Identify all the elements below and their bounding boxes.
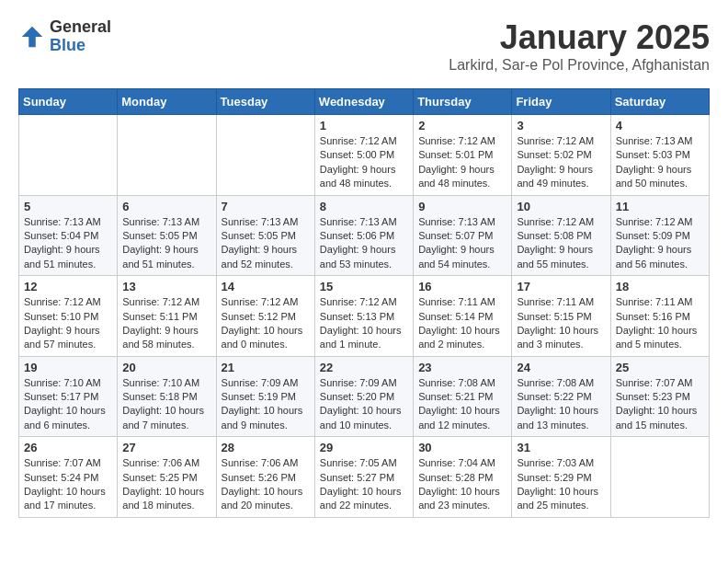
calendar-cell: 12Sunrise: 7:12 AM Sunset: 5:10 PM Dayli… (19, 276, 118, 357)
day-number: 14 (222, 280, 310, 293)
day-number: 21 (222, 361, 310, 374)
day-number: 2 (418, 119, 506, 132)
calendar-header-thursday: Thursday (414, 89, 512, 115)
day-info: Sunrise: 7:12 AM Sunset: 5:00 PM Dayligh… (320, 134, 408, 191)
day-info: Sunrise: 7:07 AM Sunset: 5:23 PM Dayligh… (616, 376, 704, 433)
day-info: Sunrise: 7:10 AM Sunset: 5:18 PM Dayligh… (122, 376, 210, 433)
day-info: Sunrise: 7:11 AM Sunset: 5:15 PM Dayligh… (517, 295, 605, 352)
day-number: 19 (24, 361, 112, 374)
calendar-week-row: 5Sunrise: 7:13 AM Sunset: 5:04 PM Daylig… (19, 195, 710, 276)
day-number: 17 (517, 280, 605, 293)
day-info: Sunrise: 7:12 AM Sunset: 5:01 PM Dayligh… (418, 134, 506, 191)
calendar-cell (118, 115, 216, 196)
calendar-cell: 8Sunrise: 7:13 AM Sunset: 5:06 PM Daylig… (314, 195, 413, 276)
calendar-cell: 15Sunrise: 7:12 AM Sunset: 5:13 PM Dayli… (314, 276, 413, 357)
calendar-table: SundayMondayTuesdayWednesdayThursdayFrid… (18, 88, 710, 518)
calendar-cell: 22Sunrise: 7:09 AM Sunset: 5:20 PM Dayli… (314, 356, 413, 437)
day-info: Sunrise: 7:05 AM Sunset: 5:27 PM Dayligh… (320, 456, 408, 513)
calendar-cell: 2Sunrise: 7:12 AM Sunset: 5:01 PM Daylig… (414, 115, 512, 196)
day-info: Sunrise: 7:12 AM Sunset: 5:12 PM Dayligh… (222, 295, 310, 352)
day-number: 5 (24, 200, 112, 213)
day-info: Sunrise: 7:11 AM Sunset: 5:14 PM Dayligh… (418, 295, 506, 352)
day-info: Sunrise: 7:13 AM Sunset: 5:07 PM Dayligh… (418, 215, 506, 272)
calendar-week-row: 12Sunrise: 7:12 AM Sunset: 5:10 PM Dayli… (19, 276, 710, 357)
day-number: 1 (320, 119, 408, 132)
calendar-header-row: SundayMondayTuesdayWednesdayThursdayFrid… (19, 89, 710, 115)
day-info: Sunrise: 7:13 AM Sunset: 5:05 PM Dayligh… (222, 215, 310, 272)
day-number: 3 (517, 119, 605, 132)
day-number: 27 (122, 441, 210, 454)
calendar-cell: 5Sunrise: 7:13 AM Sunset: 5:04 PM Daylig… (19, 195, 118, 276)
day-info: Sunrise: 7:07 AM Sunset: 5:24 PM Dayligh… (24, 456, 112, 513)
calendar-week-row: 1Sunrise: 7:12 AM Sunset: 5:00 PM Daylig… (19, 115, 710, 196)
day-number: 6 (122, 200, 210, 213)
logo-icon (18, 23, 46, 51)
calendar-cell: 11Sunrise: 7:12 AM Sunset: 5:09 PM Dayli… (610, 195, 709, 276)
calendar-cell: 28Sunrise: 7:06 AM Sunset: 5:26 PM Dayli… (216, 437, 314, 518)
day-info: Sunrise: 7:12 AM Sunset: 5:11 PM Dayligh… (122, 295, 210, 352)
calendar-cell: 1Sunrise: 7:12 AM Sunset: 5:00 PM Daylig… (314, 115, 413, 196)
calendar-cell: 10Sunrise: 7:12 AM Sunset: 5:08 PM Dayli… (512, 195, 610, 276)
day-info: Sunrise: 7:09 AM Sunset: 5:19 PM Dayligh… (222, 376, 310, 433)
calendar-cell: 7Sunrise: 7:13 AM Sunset: 5:05 PM Daylig… (216, 195, 314, 276)
day-number: 8 (320, 200, 408, 213)
logo-blue-text: Blue (50, 37, 111, 55)
day-number: 26 (24, 441, 112, 454)
day-info: Sunrise: 7:03 AM Sunset: 5:29 PM Dayligh… (517, 456, 605, 513)
calendar-header-monday: Monday (118, 89, 216, 115)
day-number: 25 (616, 361, 704, 374)
day-number: 30 (418, 441, 506, 454)
calendar-cell: 4Sunrise: 7:13 AM Sunset: 5:03 PM Daylig… (610, 115, 709, 196)
calendar-cell: 13Sunrise: 7:12 AM Sunset: 5:11 PM Dayli… (118, 276, 216, 357)
calendar-header-sunday: Sunday (19, 89, 118, 115)
calendar-cell: 3Sunrise: 7:12 AM Sunset: 5:02 PM Daylig… (512, 115, 610, 196)
day-info: Sunrise: 7:11 AM Sunset: 5:16 PM Dayligh… (616, 295, 704, 352)
day-info: Sunrise: 7:08 AM Sunset: 5:22 PM Dayligh… (517, 376, 605, 433)
day-number: 4 (616, 119, 704, 132)
calendar-cell: 25Sunrise: 7:07 AM Sunset: 5:23 PM Dayli… (610, 356, 709, 437)
day-number: 9 (418, 200, 506, 213)
location-subtitle: Larkird, Sar-e Pol Province, Afghanistan (449, 57, 710, 74)
title-section: January 2025 Larkird, Sar-e Pol Province… (449, 18, 710, 74)
calendar-cell: 24Sunrise: 7:08 AM Sunset: 5:22 PM Dayli… (512, 356, 610, 437)
day-info: Sunrise: 7:12 AM Sunset: 5:08 PM Dayligh… (517, 215, 605, 272)
calendar-cell (216, 115, 314, 196)
svg-marker-0 (22, 27, 43, 48)
calendar-cell: 21Sunrise: 7:09 AM Sunset: 5:19 PM Dayli… (216, 356, 314, 437)
day-number: 10 (517, 200, 605, 213)
logo-text: General Blue (50, 18, 111, 55)
calendar-cell: 20Sunrise: 7:10 AM Sunset: 5:18 PM Dayli… (118, 356, 216, 437)
calendar-cell: 19Sunrise: 7:10 AM Sunset: 5:17 PM Dayli… (19, 356, 118, 437)
day-number: 7 (222, 200, 310, 213)
day-number: 28 (222, 441, 310, 454)
day-info: Sunrise: 7:09 AM Sunset: 5:20 PM Dayligh… (320, 376, 408, 433)
day-number: 16 (418, 280, 506, 293)
calendar-header-tuesday: Tuesday (216, 89, 314, 115)
day-number: 11 (616, 200, 704, 213)
day-info: Sunrise: 7:12 AM Sunset: 5:09 PM Dayligh… (616, 215, 704, 272)
logo-general-text: General (50, 18, 111, 37)
calendar-cell: 27Sunrise: 7:06 AM Sunset: 5:25 PM Dayli… (118, 437, 216, 518)
calendar-cell (610, 437, 709, 518)
day-info: Sunrise: 7:13 AM Sunset: 5:06 PM Dayligh… (320, 215, 408, 272)
calendar-cell: 14Sunrise: 7:12 AM Sunset: 5:12 PM Dayli… (216, 276, 314, 357)
calendar-header-wednesday: Wednesday (314, 89, 413, 115)
day-info: Sunrise: 7:08 AM Sunset: 5:21 PM Dayligh… (418, 376, 506, 433)
day-info: Sunrise: 7:10 AM Sunset: 5:17 PM Dayligh… (24, 376, 112, 433)
calendar-cell: 18Sunrise: 7:11 AM Sunset: 5:16 PM Dayli… (610, 276, 709, 357)
day-number: 29 (320, 441, 408, 454)
day-number: 13 (122, 280, 210, 293)
day-number: 18 (616, 280, 704, 293)
calendar-cell: 16Sunrise: 7:11 AM Sunset: 5:14 PM Dayli… (414, 276, 512, 357)
day-number: 12 (24, 280, 112, 293)
logo: General Blue (18, 18, 111, 55)
day-number: 31 (517, 441, 605, 454)
calendar-cell (19, 115, 118, 196)
calendar-header-saturday: Saturday (610, 89, 709, 115)
calendar-cell: 6Sunrise: 7:13 AM Sunset: 5:05 PM Daylig… (118, 195, 216, 276)
day-number: 24 (517, 361, 605, 374)
calendar-week-row: 19Sunrise: 7:10 AM Sunset: 5:17 PM Dayli… (19, 356, 710, 437)
calendar-cell: 30Sunrise: 7:04 AM Sunset: 5:28 PM Dayli… (414, 437, 512, 518)
calendar-cell: 26Sunrise: 7:07 AM Sunset: 5:24 PM Dayli… (19, 437, 118, 518)
calendar-header-friday: Friday (512, 89, 610, 115)
